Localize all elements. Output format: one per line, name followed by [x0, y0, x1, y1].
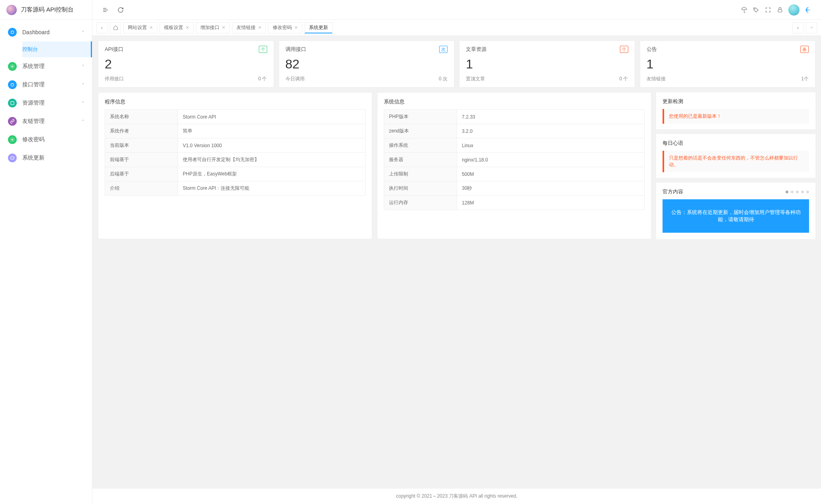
sidebar-item-2[interactable]: 接口管理˅: [0, 76, 92, 94]
tab-next-button[interactable]: ›: [792, 22, 803, 33]
tab-3[interactable]: 友情链接✕: [232, 22, 266, 33]
tab-2[interactable]: 增加接口✕: [196, 22, 230, 33]
sidebar-item-4[interactable]: 友链管理˅: [0, 112, 92, 130]
table-key: 当前版本: [105, 138, 178, 153]
content-area: API接口个2停用接口0 个调用接口次82今日调用0 次文章资源个1置顶文章0 …: [92, 36, 821, 488]
table-value: Linux: [457, 138, 645, 153]
tag-icon[interactable]: [750, 4, 762, 16]
official-title: 官方内容: [663, 188, 683, 195]
daily-quote-title: 每日心语: [663, 140, 809, 147]
table-key: 后端基于: [105, 167, 178, 181]
close-icon[interactable]: ✕: [222, 25, 225, 30]
tab-label: 模板设置: [164, 24, 183, 31]
logo-row: 刀客源码 API控制台: [0, 0, 92, 20]
table-key: 服务器: [384, 153, 457, 167]
table-value: Storm Core API: [178, 110, 366, 124]
menu-icon: [8, 117, 17, 126]
carousel-dots[interactable]: [786, 191, 809, 193]
chevron-down-icon: ˅: [82, 119, 84, 124]
close-icon[interactable]: ✕: [258, 25, 262, 30]
chevron-down-icon: ˅: [82, 101, 84, 105]
table-value: 30秒: [457, 181, 645, 196]
sidebar-subitem[interactable]: 控制台: [22, 41, 92, 57]
tab-label: 网站设置: [128, 24, 147, 31]
user-avatar[interactable]: [788, 4, 799, 16]
close-icon[interactable]: ✕: [186, 25, 189, 30]
sidebar-item-3[interactable]: 资源管理˅: [0, 94, 92, 112]
tab-menu-button[interactable]: [806, 22, 817, 33]
sidebar-menu: Dashboard˄控制台系统管理˅接口管理˅资源管理˅友链管理˅修改密码系统更…: [0, 20, 92, 504]
table-row: 系统名称Storm Core API: [105, 110, 366, 124]
stat-title: 调用接口: [285, 46, 306, 53]
tab-label: 系统更新: [309, 24, 328, 31]
stat-sub-value: 1个: [801, 76, 809, 82]
sidebar-item-0[interactable]: Dashboard˄: [0, 23, 92, 41]
menu-label: 修改密码: [22, 136, 84, 143]
tab-prev-button[interactable]: ‹: [96, 22, 108, 33]
table-row: 执行时间30秒: [384, 181, 645, 196]
daily-quote-panel: 每日心语 只是想着的话是不会改变任何东西的，不管怎么样都要加以行动。: [656, 134, 815, 178]
stat-badge: 个: [259, 46, 267, 53]
tab-label: 修改密码: [273, 24, 292, 31]
table-row: zend版本3.2.0: [384, 124, 645, 138]
logout-icon[interactable]: [802, 4, 814, 16]
stat-sub-label: 友情链接: [647, 76, 666, 82]
tab-label: 增加接口: [200, 24, 219, 31]
system-info-table: PHP版本7.2.33zend版本3.2.0操作系统Linux服务器nginx/…: [384, 109, 645, 210]
tab-1[interactable]: 模板设置✕: [160, 22, 194, 33]
table-value: 128M: [457, 196, 645, 210]
lock-icon[interactable]: [774, 4, 786, 16]
stat-sub-value: 0 个: [619, 76, 628, 82]
menu-icon: [8, 28, 17, 37]
table-row: 操作系统Linux: [384, 138, 645, 153]
stat-title: 公告: [647, 46, 657, 53]
table-value: Storm Core API：连接无限可能: [178, 181, 366, 196]
close-icon[interactable]: ✕: [294, 25, 298, 30]
menu-icon: [8, 99, 17, 107]
table-value: 500M: [457, 167, 645, 181]
table-row: 后端基于PHP原生，EasyWeb框架: [105, 167, 366, 181]
toggle-sidebar-icon[interactable]: [100, 4, 111, 16]
menu-icon: [8, 154, 17, 162]
system-info-title: 系统信息: [384, 98, 645, 105]
table-row: 系统作者简单: [105, 124, 366, 138]
official-panel: 官方内容 公告：系统将在近期更新，届时会增加用户管理等各种功能，请敬请期待: [656, 183, 815, 239]
stat-value: 82: [285, 57, 448, 72]
close-icon[interactable]: ✕: [149, 25, 153, 30]
menu-label: 系统更新: [22, 154, 84, 162]
svg-point-0: [11, 31, 14, 34]
sidebar-item-1[interactable]: 系统管理˅: [0, 57, 92, 76]
app-title: 刀客源码 API控制台: [21, 6, 74, 14]
svg-rect-3: [11, 101, 14, 105]
update-check-panel: 更新检测 您使用的已是最新版本！: [656, 92, 815, 129]
stat-card-3: 公告条1友情链接1个: [640, 41, 816, 88]
table-row: 介绍Storm Core API：连接无限可能: [105, 181, 366, 196]
tab-0[interactable]: 网站设置✕: [123, 22, 157, 33]
table-row: 上传限制500M: [384, 167, 645, 181]
table-value: 使用者可自行开发定制【均无加密】: [178, 153, 366, 167]
menu-label: 接口管理: [22, 81, 82, 88]
stat-badge: 次: [439, 46, 448, 53]
sidebar-item-5[interactable]: 修改密码: [0, 130, 92, 149]
menu-icon: [8, 62, 17, 71]
stat-title: 文章资源: [466, 46, 487, 53]
stat-value: 1: [466, 57, 628, 72]
tab-label: 友情链接: [237, 24, 256, 31]
stat-sub-label: 置顶文章: [466, 76, 485, 82]
sidebar-item-6[interactable]: 系统更新: [0, 149, 92, 167]
umbrella-icon[interactable]: [738, 4, 750, 16]
sidebar: 刀客源码 API控制台 Dashboard˄控制台系统管理˅接口管理˅资源管理˅…: [0, 0, 92, 504]
tab-bar: ‹ 网站设置✕模板设置✕增加接口✕友情链接✕修改密码✕系统更新 ›: [92, 20, 821, 36]
tab-home-button[interactable]: [110, 22, 121, 33]
fullscreen-icon[interactable]: [762, 4, 774, 16]
tab-4[interactable]: 修改密码✕: [268, 22, 302, 33]
app-logo: [6, 5, 17, 15]
svg-point-10: [755, 8, 755, 9]
chevron-down-icon: ˅: [82, 64, 84, 69]
table-key: 执行时间: [384, 181, 457, 196]
table-key: PHP版本: [384, 110, 457, 124]
refresh-icon[interactable]: [115, 4, 127, 16]
tab-5[interactable]: 系统更新: [305, 22, 332, 33]
table-value: PHP原生，EasyWeb框架: [178, 167, 366, 181]
table-key: 上传限制: [384, 167, 457, 181]
